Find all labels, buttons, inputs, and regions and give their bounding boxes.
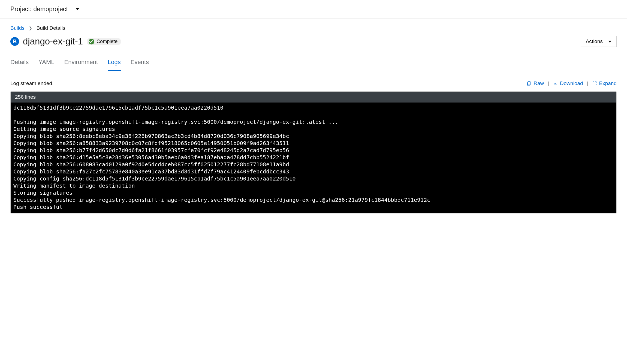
log-actions: Raw | Download | Expand [526,80,617,86]
expand-link[interactable]: Expand [592,80,617,86]
project-selector[interactable]: Project: demoproject [10,5,79,13]
log-line: Push successful [13,203,614,210]
download-icon [553,81,558,86]
chevron-right-icon: ❯ [29,26,32,30]
log-line: Copying blob sha256:b77f42d650dc7d0d6fa2… [13,147,614,154]
log-container: 256 lines ••••••••••••dc118d5f5131df3b9c… [10,91,617,213]
log-section: Log stream ended. Raw | Download | Expan… [10,71,617,213]
log-line: Successfully pushed image-registry.opens… [13,196,614,203]
log-line: Copying blob sha256:8eebc8eba34c9e36f226… [13,133,614,140]
title-row: B django-ex-git-1 Complete Actions [10,36,617,54]
log-line: Copying blob sha256:a858833a9239708c0c07… [13,140,614,147]
build-type-icon: B [10,37,19,46]
check-circle-icon [89,39,94,44]
log-line: Copying blob sha256:608083cad0129a0f9240… [13,161,614,168]
tabs: Details YAML Environment Logs Events [0,54,627,71]
log-line: Storing signatures [13,189,614,196]
breadcrumb-current: Build Details [37,25,65,31]
log-line: Copying blob sha256:d15e5a5c8e28d36e5305… [13,154,614,161]
status-badge: Complete [87,38,121,45]
separator: | [587,80,588,86]
breadcrumb-root-link[interactable]: Builds [10,25,25,31]
log-body[interactable]: ••••••••••••dc118d5f5131df3b9ce22759dae1… [11,103,616,213]
log-line: Writing manifest to image destination [13,182,614,189]
topbar: Project: demoproject [0,0,627,19]
project-label: Project: demoproject [10,5,68,13]
log-toolbar: Log stream ended. Raw | Download | Expan… [10,80,617,86]
separator: | [548,80,549,86]
tab-events[interactable]: Events [131,54,149,71]
log-line: Pushing image image-registry.openshift-i… [13,118,614,125]
tab-yaml[interactable]: YAML [38,54,54,71]
copy-icon [526,81,531,86]
caret-down-icon [608,41,611,43]
expand-icon [592,81,597,86]
log-line: Copying blob sha256:fa27c2fc75783e840a3e… [13,168,614,175]
breadcrumb: Builds ❯ Build Details [10,25,617,31]
caret-down-icon [76,8,79,10]
page-title: django-ex-git-1 [23,36,83,47]
raw-link[interactable]: Raw [526,80,544,86]
tab-logs[interactable]: Logs [108,54,121,71]
log-stream-status: Log stream ended. [10,80,53,86]
download-link[interactable]: Download [553,80,583,86]
log-line [13,111,614,118]
tab-details[interactable]: Details [10,54,29,71]
status-text: Complete [97,39,117,44]
log-line: Getting image source signatures [13,125,614,133]
log-line-count: 256 lines [11,92,616,103]
log-line: Copying config sha256:dc118d5f5131df3b9c… [13,175,614,182]
svg-rect-0 [528,82,530,85]
log-line: dc118d5f5131df3b9ce22759dae179615cb1adf7… [13,104,614,111]
tab-environment[interactable]: Environment [64,54,98,71]
actions-label: Actions [586,38,603,44]
actions-dropdown-button[interactable]: Actions [581,36,617,47]
